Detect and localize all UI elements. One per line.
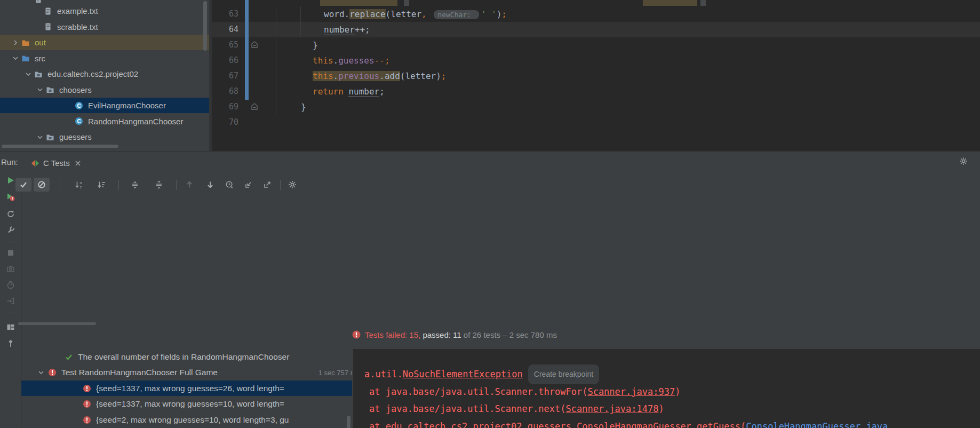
test-name-label: {seed=2, max wrong guesses=10, word leng… bbox=[96, 415, 352, 425]
code-token: this bbox=[313, 71, 333, 81]
toolbar-scrollbar[interactable] bbox=[18, 322, 96, 325]
project-item-label: RandomHangmanChooser bbox=[88, 117, 183, 126]
code-editor[interactable]: 63word.replace(letter, newChar: ' ');64n… bbox=[212, 0, 980, 151]
test-history-button[interactable] bbox=[221, 178, 237, 192]
sort-alphabetically-button[interactable]: az bbox=[71, 178, 87, 192]
project-tree-panel[interactable]: example.txtscrabble.txtoutsrcedu.caltech… bbox=[0, 0, 209, 151]
chevron-down-icon[interactable] bbox=[36, 85, 44, 94]
pin-icon bbox=[6, 339, 15, 348]
code-token: (letter) bbox=[400, 71, 441, 81]
junit-icon bbox=[31, 159, 39, 168]
stack-trace-text: at edu.caltech.cs2.project02.guessers.Co… bbox=[369, 418, 746, 428]
project-horizontal-scrollbar[interactable] bbox=[2, 145, 118, 148]
test-runner-settings-button[interactable] bbox=[0, 224, 21, 236]
import-test-results-button[interactable] bbox=[241, 178, 257, 192]
code-token: number bbox=[324, 25, 355, 35]
next-failed-test-button[interactable] bbox=[202, 178, 218, 192]
code-text: return number; bbox=[313, 84, 385, 99]
passed-icon bbox=[65, 353, 73, 361]
source-link[interactable]: ConsoleHangmanGuesser.java bbox=[746, 418, 888, 428]
chevron-right-icon[interactable] bbox=[11, 38, 20, 47]
rerun-icon bbox=[6, 176, 15, 185]
code-token: ' ' bbox=[481, 9, 497, 19]
wrench-icon bbox=[6, 226, 15, 234]
collapse-all-button[interactable] bbox=[151, 178, 167, 192]
test-results-tree[interactable]: The overall number of fields in RandomHa… bbox=[21, 326, 352, 428]
project-tree-row-evilhangmanchooser[interactable]: CEvilHangmanChooser bbox=[0, 98, 209, 113]
code-text: } bbox=[313, 37, 318, 53]
chevron-down-icon[interactable] bbox=[37, 368, 45, 377]
rerun-failed-icon bbox=[6, 193, 15, 201]
code-token: ; bbox=[441, 71, 447, 81]
test-tree-row[interactable]: {seed=1337, max wrong guesses=10, word l… bbox=[21, 397, 352, 412]
stack-trace-link[interactable]: Scanner.java:1478 bbox=[565, 400, 658, 418]
file-icon bbox=[44, 22, 52, 31]
sort-by-duration-button[interactable] bbox=[93, 178, 109, 192]
test-tree-vertical-scrollbar[interactable] bbox=[347, 416, 350, 428]
test-settings-button[interactable] bbox=[284, 178, 300, 192]
error-badge-icon bbox=[352, 330, 361, 339]
project-tree-row-example-txt[interactable]: example.txt bbox=[0, 3, 209, 19]
profiler-button[interactable] bbox=[0, 279, 21, 291]
code-token: add bbox=[385, 71, 400, 81]
project-tree-row-guessers[interactable]: guessers bbox=[0, 129, 209, 145]
project-vertical-scrollbar[interactable] bbox=[203, 1, 207, 51]
console-output[interactable]: a.util.NoSuchElementExceptionCreate brea… bbox=[353, 349, 980, 428]
show-passed-toggle[interactable] bbox=[15, 178, 31, 192]
stack-trace-line: at edu.caltech.cs2.project02.guessers.Co… bbox=[353, 418, 980, 428]
sort-az-icon: az bbox=[75, 180, 83, 189]
top-section: example.txtscrabble.txtoutsrcedu.caltech… bbox=[0, 0, 980, 151]
project-item-label: src bbox=[35, 54, 45, 63]
attach-debugger-button[interactable] bbox=[0, 295, 21, 307]
close-icon[interactable] bbox=[74, 159, 82, 168]
line-number: 69 bbox=[212, 99, 238, 115]
file-icon bbox=[34, 0, 43, 4]
gear-icon bbox=[288, 180, 297, 189]
chevron-down-icon[interactable] bbox=[36, 133, 44, 141]
collapse-all-icon bbox=[155, 180, 163, 189]
editor-line-63: 63word.replace(letter, newChar: ' '); bbox=[212, 6, 980, 22]
chevron-down-icon[interactable] bbox=[24, 70, 33, 78]
gear-icon[interactable] bbox=[959, 157, 968, 165]
code-token: this bbox=[313, 56, 333, 66]
project-tree-row-edu-caltech-cs2-project02[interactable]: edu.caltech.cs2.project02 bbox=[0, 66, 209, 82]
show-ignored-toggle[interactable] bbox=[34, 178, 50, 192]
project-tree-row-src[interactable]: src bbox=[0, 51, 209, 66]
dump-threads-button[interactable] bbox=[0, 263, 21, 275]
pin-tab-button[interactable] bbox=[0, 337, 21, 350]
fold-pentagon-icon[interactable] bbox=[250, 41, 259, 49]
project-item-label: EvilHangmanChooser bbox=[88, 101, 166, 110]
toggle-auto-test-button[interactable] bbox=[0, 208, 21, 220]
code-token: ; bbox=[379, 86, 385, 97]
chevron-down-icon[interactable] bbox=[11, 54, 20, 62]
close-icon[interactable] bbox=[74, 159, 82, 168]
test-tree-row[interactable]: {seed=2, max wrong guesses=10, word leng… bbox=[21, 412, 352, 427]
project-tree-row-randomhangmanchooser[interactable]: CRandomHangmanChooser bbox=[0, 114, 209, 129]
project-item-label: example.txt bbox=[57, 6, 98, 15]
arrow-up-icon bbox=[185, 180, 194, 189]
run-tab-c-tests[interactable]: C Tests bbox=[31, 156, 82, 170]
create-breakpoint-button[interactable]: Create breakpoint bbox=[528, 364, 599, 384]
import-icon bbox=[244, 180, 253, 189]
test-tree-row[interactable]: The overall number of fields in RandomHa… bbox=[21, 349, 352, 364]
project-tree-row-scrabble-txt[interactable]: scrabble.txt bbox=[0, 19, 209, 35]
clipped-line-fragment bbox=[700, 0, 706, 6]
project-item-label: guessers bbox=[59, 132, 92, 141]
sort-duration-icon bbox=[97, 180, 106, 189]
line-number: 64 bbox=[212, 22, 238, 37]
test-tree-row[interactable]: {seed=1337, max wrong guesses=26, word l… bbox=[21, 381, 352, 396]
stack-trace-link[interactable]: NoSuchElementException bbox=[403, 366, 523, 383]
fold-pentagon-icon[interactable] bbox=[250, 102, 259, 111]
expand-all-button[interactable] bbox=[127, 178, 143, 192]
project-tree-row-choosers[interactable]: choosers bbox=[0, 82, 209, 98]
rerun-failed-tests-button[interactable] bbox=[0, 191, 21, 203]
test-tree-row[interactable]: Test RandomHangmanChooser Full Game1 sec… bbox=[21, 365, 352, 381]
stack-trace-link[interactable]: Scanner.java:937 bbox=[587, 383, 675, 401]
stop-button[interactable] bbox=[0, 247, 21, 259]
project-tree-row-out[interactable]: out bbox=[0, 35, 209, 50]
previous-failed-test-button[interactable] bbox=[181, 178, 197, 192]
stack-trace-line: at java.base/java.util.Scanner.throwFor(… bbox=[353, 383, 980, 401]
code-token bbox=[427, 9, 432, 19]
gear-icon[interactable] bbox=[959, 157, 968, 165]
export-test-results-button[interactable] bbox=[259, 178, 275, 192]
